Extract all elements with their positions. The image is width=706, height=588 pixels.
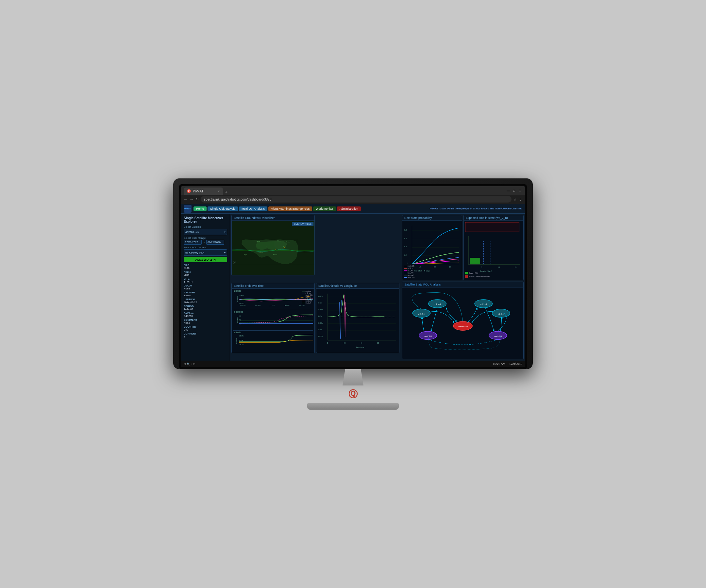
launch-item: LAUNCH 2014-09-27 [184,298,227,304]
svg-text:Somalia: Somalia [286,241,290,243]
apogee-item: APOGEE 35960 [184,291,227,297]
pol-context-select[interactable]: By Country (RU) ▾ [184,249,227,256]
country-item: COUNTRY CIS [184,325,227,331]
expected-chart-area: 5 10 15 Duration (Days) [464,221,523,279]
svg-text:Jan 2021: Jan 2021 [254,305,261,306]
svg-text:2022-08-20 + N-Days: 2022-08-20 + N-Days [414,270,430,272]
svg-text:ed_2_n: ed_2_n [498,313,504,315]
svg-point-4 [275,250,276,250]
nav-tab-admin[interactable]: Administration [337,206,361,211]
maximize-button[interactable]: □ [512,188,516,193]
svg-text:0.8: 0.8 [404,229,406,231]
brand-logo: Ⓠ [173,388,533,401]
status-time: 10:28 AM [493,362,505,366]
svg-rect-76 [470,258,480,264]
svg-text:35.85k: 35.85k [318,309,323,311]
probability-chart-area: 0.8 0.6 0.4 0.2 0 Probability [402,221,462,279]
monitor-neck [340,369,366,385]
altitude-vs-longitude-panel: Satellite Altitude vs Longitude 35.95k [316,283,399,353]
svg-text:n_2_wd: n_2_wd [434,303,441,305]
svg-text:longitude: longitude [356,346,364,348]
orbit-panel: Satellite orbit over time latitude Degre… [231,283,315,353]
svg-text:nominal UP: nominal UP [458,326,468,328]
svg-text:Tanzania: Tanzania [273,254,277,255]
tab-icon: P [187,189,191,193]
map-panel: Satellite Groundtrack Visualizer OVERLAY… [231,215,315,276]
svg-text:35.8k: 35.8k [239,339,243,341]
degrees-label-lon: Degrees [236,317,238,324]
map-svg: Nigeria Ethiopia Somalia Kenya Kinshasa … [232,221,314,276]
app-main: Single Satellite Maneuver Explorer Selec… [181,214,525,361]
nav-tab-home[interactable]: Home [194,206,206,211]
url-input[interactable] [201,196,512,203]
svg-text:15: 15 [514,266,516,268]
lat-legend: nominal n_2_wd west_drift wd_2_n n_2_ed … [302,290,312,304]
close-window-button[interactable]: × [518,188,522,193]
nav-tab-alerts[interactable]: Alerts Warnings Emergencies [268,206,312,211]
monitor-base [307,403,399,410]
decay-item: DECAY None [184,284,227,290]
nav-tab-single[interactable]: Single Obj Analysis [207,206,238,211]
back-button[interactable]: ← [184,197,188,202]
satellite-select[interactable]: 40258 Luch ▾ [184,229,227,235]
map-panel-title: Satellite Groundtrack Visualizer [232,215,314,221]
svg-text:35.8k: 35.8k [318,315,322,317]
expected-svg: 5 10 15 Duration (Days) [465,233,522,276]
bookmark-icon[interactable]: ☆ [513,197,517,202]
svg-text:30: 30 [449,266,451,268]
svg-text:35.9k: 35.9k [318,302,322,304]
pol-analysis-panel: Satellite State POL Analysis nominal UP [402,282,524,359]
date-start-input[interactable] [184,240,202,245]
nav-tab-workmonitor[interactable]: Work Monitor [313,206,336,211]
degrees-label-lat: Degrees [236,296,238,303]
date-end-input[interactable] [206,240,224,245]
browser-tab[interactable]: P PoMAT × [184,187,223,195]
pol-panel-title: Satellite State POL Analysis [402,282,523,288]
expected-time-indicator [465,222,519,232]
orbit-panel-title: Satellite orbit over time [232,283,314,289]
address-bar-icons: ☆ ⋮ [513,197,522,202]
longitude-chart: longitude Degrees 60 40 20 [233,310,313,331]
file-item: FILE 8148 [184,264,227,269]
svg-text:N: N [234,262,235,263]
site-item: SITE TTMTR [184,277,227,283]
forward-button[interactable]: → [190,197,194,202]
svg-text:60: 60 [239,315,241,317]
svg-text:Angola: Angola [244,254,247,255]
pol-context-label: Select POL Context [184,246,227,249]
right-top-panels: Next state probability 0.8 [402,215,524,280]
svg-text:40: 40 [360,342,362,344]
latitude-chart: latitude Degrees 0.005 -0.005 [233,289,313,310]
latitude-label: latitude [234,290,241,292]
browser-titlebar: P PoMAT × + — □ × [181,186,525,195]
comment-item: COMMENT None [184,319,227,324]
svg-text:35.95k: 35.95k [318,295,323,297]
svg-text:0.6: 0.6 [404,238,406,240]
svg-text:Jul 2021: Jul 2021 [269,305,275,306]
altitude-svg: 35.9k 35.8k 35.7k [239,331,313,351]
content-area: Satellite Groundtrack Visualizer OVERLAY… [230,214,401,361]
period-item: PERIOD 1444.62 [184,305,227,311]
pol-diagram-svg: nominal UP west_drift east_drift [402,288,523,358]
settings-icon[interactable]: ⋮ [519,197,522,202]
probability-panel-title: Next state probability [402,215,462,221]
app-logo: PoMAT [184,205,192,213]
svg-text:0: 0 [327,342,328,344]
svg-text:Nigeria: Nigeria [257,241,260,242]
svg-text:0.2: 0.2 [404,254,406,256]
status-bar: ⊞ 🔍 ○ ⊟ 10:28 AM 12/9/2019 [181,361,525,367]
right-panels: Next state probability 0.8 [401,214,525,361]
probability-legend: east_drift ed_2_n n_2_ed n_2_wd nominal … [404,265,415,278]
svg-text:n_2_ed: n_2_ed [480,303,487,305]
tab-close-icon[interactable]: × [218,190,220,193]
address-bar: ← → ↻ ☆ ⋮ [181,195,525,204]
new-tab-button[interactable]: + [223,190,229,195]
svg-text:0.005: 0.005 [239,294,243,296]
reload-button[interactable]: ↻ [195,197,199,202]
svg-text:60: 60 [377,342,379,344]
minimize-button[interactable]: — [506,188,511,193]
svg-text:0: 0 [407,263,408,265]
app-navbar: PoMAT Home Single Obj Analysis Multi Obj… [181,204,525,214]
svg-text:35.65k: 35.65k [318,335,323,337]
nav-tab-multi[interactable]: Multi Obj Analysis [239,206,267,211]
